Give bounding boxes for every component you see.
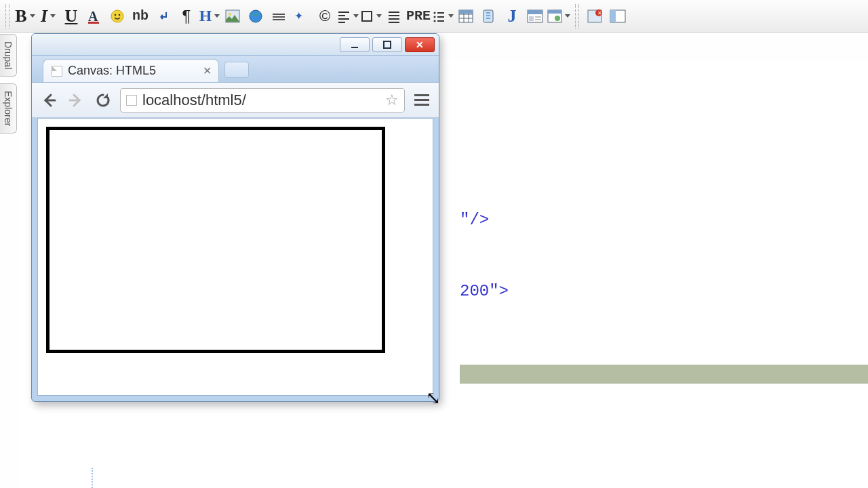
window-titlebar[interactable]: ✕ xyxy=(32,34,439,56)
side-tabs: Drupal Explorer xyxy=(0,34,19,140)
url-text: localhost/html5/ xyxy=(142,92,246,109)
minimize-icon xyxy=(351,41,359,49)
toolbar-grip-2 xyxy=(575,4,579,28)
emoji-button[interactable] xyxy=(106,4,128,28)
new-tab-button[interactable] xyxy=(224,62,249,78)
underline-button[interactable]: U xyxy=(60,4,82,28)
bookmark-star-icon[interactable]: ☆ xyxy=(385,92,399,109)
code-fragment-attr-close: "/> xyxy=(460,211,489,229)
svg-point-25 xyxy=(434,20,436,22)
window-icon xyxy=(547,9,562,23)
menu-button[interactable] xyxy=(412,90,432,110)
svg-text:A: A xyxy=(88,9,98,24)
svg-rect-47 xyxy=(351,47,358,48)
editor-toolbar: B I U A nb ¶ H ✦ © PRE J xyxy=(0,0,868,33)
svg-point-23 xyxy=(434,16,436,18)
resize-cursor-icon: ⤡ xyxy=(426,388,441,409)
card-icon xyxy=(527,9,543,23)
svg-rect-40 xyxy=(548,10,561,14)
svg-rect-32 xyxy=(459,10,473,14)
back-arrow-icon xyxy=(41,93,56,108)
browser-tab-active[interactable]: Canvas: HTML5 ✕ xyxy=(43,59,219,82)
return-icon xyxy=(157,9,170,23)
error-button[interactable]: ✕ xyxy=(584,4,606,28)
window-button[interactable] xyxy=(547,4,570,28)
svg-rect-35 xyxy=(528,10,542,14)
align-left-icon xyxy=(337,9,351,23)
square-icon xyxy=(360,9,374,23)
svg-point-2 xyxy=(111,10,123,22)
maximize-icon xyxy=(383,41,391,49)
tab-title: Canvas: HTML5 xyxy=(68,64,156,78)
minimize-button[interactable] xyxy=(340,37,370,52)
list-button[interactable] xyxy=(432,4,454,28)
globe-icon xyxy=(248,9,263,24)
table-button[interactable] xyxy=(455,4,477,28)
hamburger-icon xyxy=(414,94,429,106)
float-button[interactable] xyxy=(360,4,382,28)
svg-rect-33 xyxy=(484,10,493,22)
heading-button[interactable]: H xyxy=(199,4,220,28)
forward-arrow-icon xyxy=(68,93,83,108)
svg-rect-36 xyxy=(529,16,534,21)
svg-point-7 xyxy=(250,10,262,22)
pilcrow-button[interactable]: ¶ xyxy=(176,4,197,28)
nbsp-button[interactable]: nb xyxy=(130,4,151,28)
svg-text:✦: ✦ xyxy=(294,10,303,22)
browser-window: ✕ Canvas: HTML5 ✕ localhost/html5/ ☆ xyxy=(31,33,439,402)
align-justify-icon xyxy=(387,9,401,23)
forward-button[interactable] xyxy=(66,90,86,110)
svg-point-6 xyxy=(229,13,231,16)
font-a-icon: A xyxy=(87,9,102,24)
j-button[interactable]: J xyxy=(501,4,523,28)
close-button[interactable]: ✕ xyxy=(405,37,435,52)
side-tab-drupal[interactable]: Drupal xyxy=(0,34,17,77)
picture-icon xyxy=(225,9,240,23)
panel-icon xyxy=(610,9,626,23)
browser-tabstrip: Canvas: HTML5 ✕ xyxy=(32,56,439,83)
page-icon xyxy=(126,95,137,106)
browser-viewport xyxy=(37,118,433,396)
svg-rect-1 xyxy=(88,22,99,24)
justify-button[interactable] xyxy=(383,4,405,28)
maximize-button[interactable] xyxy=(372,37,402,52)
svg-rect-16 xyxy=(362,12,372,21)
svg-point-3 xyxy=(115,14,117,16)
pre-button[interactable]: PRE xyxy=(406,4,431,28)
panel-button[interactable] xyxy=(607,4,629,28)
bold-button[interactable]: B xyxy=(14,4,36,28)
italic-button[interactable]: I xyxy=(37,4,59,28)
address-bar[interactable]: localhost/html5/ ☆ xyxy=(120,88,405,113)
sparkle-icon: ✦ xyxy=(294,9,309,24)
copyright-button[interactable]: © xyxy=(314,4,336,28)
editor-pane-divider[interactable] xyxy=(460,365,868,384)
svg-rect-48 xyxy=(384,41,391,48)
globe-button[interactable] xyxy=(245,4,267,28)
font-button[interactable]: A xyxy=(83,4,105,28)
svg-text:✕: ✕ xyxy=(597,10,602,16)
file-icon xyxy=(52,66,62,77)
entity-button[interactable]: ✦ xyxy=(291,4,313,28)
send-button[interactable] xyxy=(478,4,500,28)
image-button[interactable] xyxy=(222,4,243,28)
html5-canvas xyxy=(46,127,385,353)
svg-point-41 xyxy=(555,16,560,21)
reload-icon xyxy=(95,92,111,108)
card-button[interactable] xyxy=(524,4,546,28)
list-icon xyxy=(432,9,446,23)
indent-guide xyxy=(92,468,93,488)
smiley-icon xyxy=(111,9,124,23)
horizontal-rule-icon xyxy=(271,9,286,23)
reload-button[interactable] xyxy=(93,90,113,110)
align-button[interactable] xyxy=(337,4,359,28)
scroll-icon xyxy=(481,9,496,24)
table-icon xyxy=(458,9,473,23)
back-button[interactable] xyxy=(39,90,59,110)
side-tab-explorer[interactable]: Explorer xyxy=(0,83,17,134)
svg-rect-46 xyxy=(610,10,616,22)
toolbar-grip xyxy=(5,4,9,28)
hr-button[interactable] xyxy=(268,4,290,28)
linebreak-button[interactable] xyxy=(153,4,174,28)
tab-close-icon[interactable]: ✕ xyxy=(203,64,212,77)
browser-navbar: localhost/html5/ ☆ xyxy=(32,83,439,118)
